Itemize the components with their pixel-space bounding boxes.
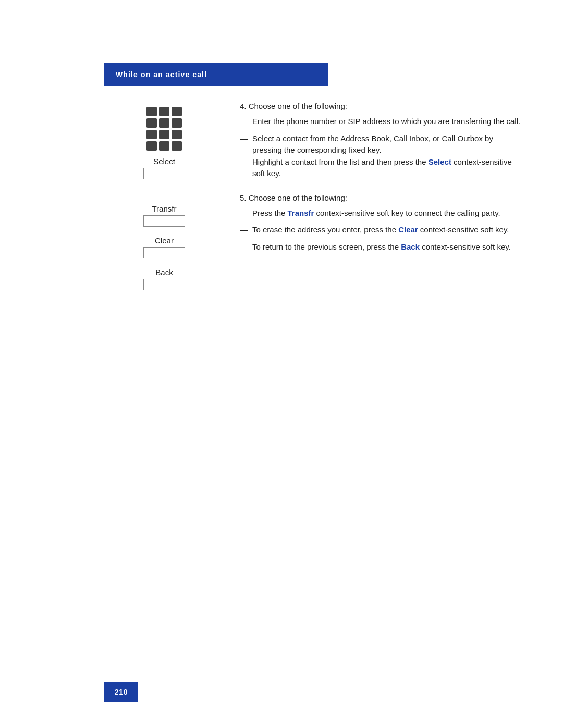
transfr-softkey-group: Transfr (143, 204, 185, 227)
step4-bullet-1-text: Enter the phone number or SIP address to… (252, 117, 520, 126)
select-key-box[interactable] (143, 168, 185, 179)
select-highlight: Select (429, 157, 451, 166)
right-panel: 4. Choose one of the following: Enter th… (224, 102, 521, 300)
step5-bullet-2-text: To erase the address you enter, press th… (252, 225, 509, 234)
transfr-highlight: Transfr (288, 208, 314, 217)
back-softkey-group: Back (143, 268, 185, 290)
step4-bullet-2: Select a contact from the Address Book, … (240, 133, 521, 180)
select-softkey-group: Select (143, 157, 185, 179)
step4-header: 4. Choose one of the following: (240, 102, 521, 110)
key-2 (159, 107, 169, 116)
clear-key-box[interactable] (143, 247, 185, 258)
step5-bullet-1: Press the Transfr context-sensitive soft… (240, 207, 521, 219)
key-0 (159, 141, 169, 151)
header-banner: While on an active call (104, 63, 328, 86)
key-5 (159, 118, 169, 128)
main-content: Select Transfr Clear Back 4. Choose one … (104, 102, 521, 300)
step5-bullet-1-text: Press the Transfr context-sensitive soft… (252, 208, 500, 217)
page-number: 210 (115, 688, 128, 696)
select-label: Select (153, 157, 175, 166)
step5-bullet-3: To return to the previous screen, press … (240, 241, 521, 253)
keypad-graphic (146, 107, 182, 151)
clear-label: Clear (155, 236, 174, 245)
header-title: While on an active call (116, 70, 207, 79)
left-panel: Select Transfr Clear Back (104, 102, 224, 300)
step4-bullets: Enter the phone number or SIP address to… (240, 116, 521, 180)
clear-softkey-group: Clear (143, 236, 185, 258)
step5-bullets: Press the Transfr context-sensitive soft… (240, 207, 521, 253)
key-8 (159, 130, 169, 139)
back-key-box[interactable] (143, 279, 185, 290)
back-highlight: Back (401, 242, 420, 251)
key-4 (146, 118, 157, 128)
transfr-key-box[interactable] (143, 215, 185, 227)
step5-header: 5. Choose one of the following: (240, 193, 521, 202)
back-label: Back (155, 268, 173, 277)
step4-bullet-2-text: Select a contact from the Address Book, … (252, 134, 512, 178)
step5-bullet-2: To erase the address you enter, press th… (240, 224, 521, 236)
step4-bullet-1: Enter the phone number or SIP address to… (240, 116, 521, 128)
key-6 (172, 118, 182, 128)
key-9 (172, 130, 182, 139)
clear-highlight: Clear (398, 225, 418, 234)
step-4: 4. Choose one of the following: Enter th… (240, 102, 521, 180)
key-1 (146, 107, 157, 116)
key-3 (172, 107, 182, 116)
transfr-label: Transfr (152, 204, 177, 213)
key-7 (146, 130, 157, 139)
page-number-box: 210 (104, 682, 138, 702)
key-hash (172, 141, 182, 151)
step5-bullet-3-text: To return to the previous screen, press … (252, 242, 511, 251)
key-star (146, 141, 157, 151)
step-5: 5. Choose one of the following: Press th… (240, 193, 521, 253)
